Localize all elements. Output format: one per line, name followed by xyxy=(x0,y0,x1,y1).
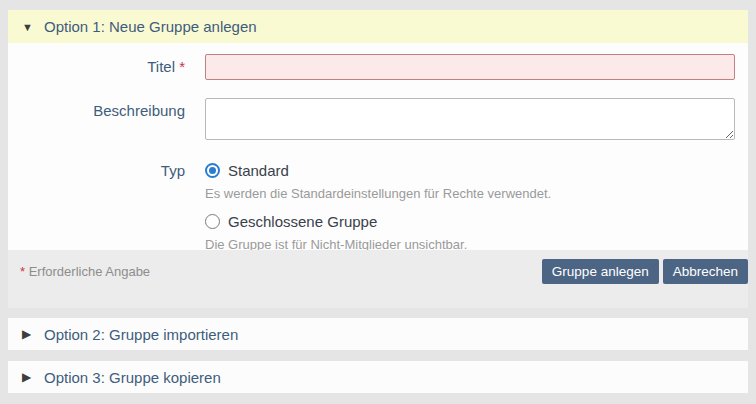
accordion-title-option2: Option 2: Gruppe importieren xyxy=(44,326,238,343)
accordion-header-option3[interactable]: ▶ Option 3: Gruppe kopieren xyxy=(8,361,748,393)
titel-label-text: Titel xyxy=(147,58,175,75)
titel-required-asterisk: * xyxy=(179,58,185,75)
form-row-beschreibung: Beschreibung xyxy=(8,98,735,144)
accordion-header-option1[interactable]: ▼ Option 1: Neue Gruppe anlegen xyxy=(8,10,748,43)
caret-down-icon: ▼ xyxy=(22,21,44,33)
panel-option1: ▼ Option 1: Neue Gruppe anlegen Titel * … xyxy=(8,10,748,308)
accordion-header-option2[interactable]: ▶ Option 2: Gruppe importieren xyxy=(8,318,748,350)
caret-right-icon: ▶ xyxy=(22,327,44,341)
typ-label: Typ xyxy=(8,160,185,250)
footer-buttons: Gruppe anlegen Abbrechen xyxy=(538,259,748,284)
panel-option2: ▶ Option 2: Gruppe importieren xyxy=(8,318,748,350)
beschreibung-label: Beschreibung xyxy=(8,98,185,144)
radio-standard-hint: Es werden die Standardeinstellungen für … xyxy=(205,185,735,202)
radio-geschlossene-gruppe-label[interactable]: Geschlossene Gruppe xyxy=(228,213,377,230)
required-note: * Erforderliche Angabe xyxy=(20,259,150,284)
radio-option-standard[interactable]: Standard xyxy=(205,160,735,181)
required-note-asterisk: * xyxy=(20,264,25,279)
beschreibung-field-wrap xyxy=(205,98,735,144)
accordion-container: ▼ Option 1: Neue Gruppe anlegen Titel * … xyxy=(0,0,756,404)
radio-selected-icon[interactable] xyxy=(205,163,220,178)
titel-field-wrap xyxy=(205,54,735,80)
required-note-text: Erforderliche Angabe xyxy=(29,264,150,279)
form-row-titel: Titel * xyxy=(8,54,735,80)
panel-option3: ▶ Option 3: Gruppe kopieren xyxy=(8,361,748,393)
caret-right-icon: ▶ xyxy=(22,370,44,384)
new-group-form: Titel * Beschreibung Typ xyxy=(8,43,748,250)
accordion-title-option3: Option 3: Gruppe kopieren xyxy=(44,369,221,386)
radio-unselected-icon[interactable] xyxy=(205,214,220,229)
form-footer: * Erforderliche Angabe Gruppe anlegen Ab… xyxy=(8,250,748,308)
titel-input[interactable] xyxy=(205,54,735,80)
form-row-typ: Typ Standard Es werden die Standardeinst… xyxy=(8,160,735,250)
titel-label: Titel * xyxy=(8,54,185,80)
radio-geschlossene-gruppe-hint: Die Gruppe ist für Nicht-Mitglieder unsi… xyxy=(205,236,735,250)
typ-radio-group: Standard Es werden die Standardeinstellu… xyxy=(205,160,735,250)
accordion-title-option1: Option 1: Neue Gruppe anlegen xyxy=(44,18,257,35)
radio-standard-label[interactable]: Standard xyxy=(228,162,289,179)
beschreibung-textarea[interactable] xyxy=(205,98,735,140)
cancel-button[interactable]: Abbrechen xyxy=(663,259,748,284)
radio-option-geschlossene-gruppe[interactable]: Geschlossene Gruppe xyxy=(205,211,735,232)
create-group-button[interactable]: Gruppe anlegen xyxy=(542,259,659,284)
